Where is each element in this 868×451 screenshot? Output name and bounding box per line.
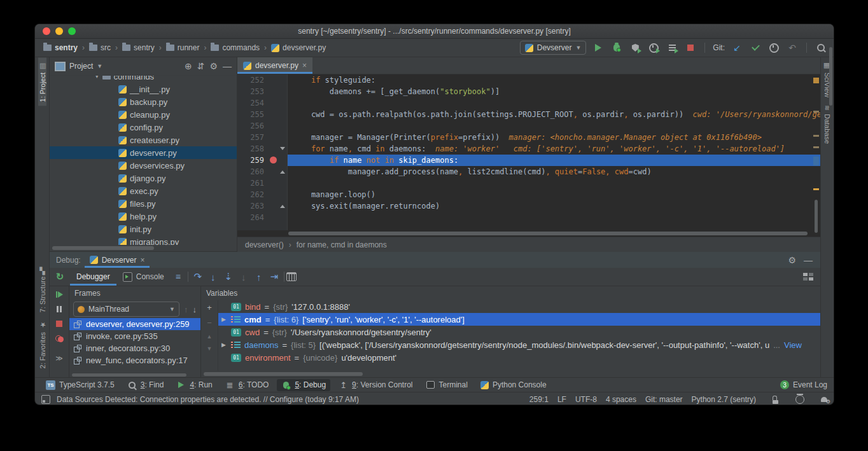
breadcrumb-item-commands[interactable]: commands (209, 43, 262, 52)
view-breakpoints-button[interactable] (55, 335, 64, 342)
lock-icon[interactable] (773, 396, 779, 404)
code-line-261[interactable]: 261 (237, 177, 820, 189)
variable-bind[interactable]: 01bind= {str} '127.0.0.1:8888' (218, 300, 820, 313)
restore-layout-button[interactable] (803, 273, 813, 281)
code-editor[interactable]: 252 if styleguide:253 daemons += [_get_d… (237, 74, 820, 230)
project-panel-title[interactable]: Project (69, 62, 93, 71)
stripe-mark[interactable] (813, 135, 819, 137)
scrollbar-thumb[interactable] (72, 373, 186, 377)
inspections-icon[interactable] (795, 395, 804, 404)
minimize-window-button[interactable] (55, 27, 63, 35)
stripe-button-database[interactable]: ≋ Database (823, 101, 832, 148)
variable-cwd[interactable]: 01cwd= {str} '/Users/ryanskonnord/getsen… (218, 326, 820, 338)
variables-horizontal-scrollbar[interactable] (201, 371, 820, 377)
frame-devserver-devserver-py-259[interactable]: devserver, devserver.py:259 (69, 318, 200, 330)
tab-console[interactable]: Console (116, 268, 171, 286)
close-window-button[interactable] (43, 27, 50, 35)
thread-select[interactable]: MainThread ▼ (73, 302, 179, 317)
step-into-my-code-button[interactable]: ⇣ (221, 271, 236, 282)
editor-vertical-scrollbar[interactable] (815, 200, 818, 233)
code-line-264[interactable]: 264 (237, 212, 820, 223)
chevron-down-icon[interactable]: ▼ (97, 63, 102, 69)
scrollbar-thumb[interactable] (204, 372, 363, 376)
close-icon[interactable]: × (140, 256, 144, 265)
tree-item-migrations-py[interactable]: migrations.py (50, 235, 237, 245)
toolwindow-button-run[interactable]: 4: Run (172, 379, 216, 391)
status-message[interactable]: Data Sources Detected: Connection proper… (57, 395, 359, 404)
search-everywhere-button[interactable] (815, 41, 827, 54)
evaluate-expression-button[interactable] (286, 272, 297, 281)
code-line-252[interactable]: 252 if styleguide: (237, 74, 820, 86)
hide-panel-button[interactable]: — (223, 61, 232, 71)
code-line-255[interactable]: 255 cwd = os.path.realpath(os.path.join(… (237, 109, 820, 120)
step-into-button[interactable]: ↓ (206, 272, 221, 282)
toolwindow-button-todo[interactable]: ≣6: TODO (221, 379, 274, 391)
next-frame-button[interactable]: ↓ (193, 305, 197, 314)
tree-item-devserver-py[interactable]: devserver.py (50, 146, 237, 159)
code-line-256[interactable]: 256 (237, 120, 820, 132)
tree-item-init-py[interactable]: __init__.py (50, 83, 237, 95)
move-down-button[interactable]: ▼ (207, 345, 213, 352)
step-over-button[interactable]: ↷ (190, 271, 206, 282)
toolwindow-button-python-console[interactable]: Python Console (476, 379, 551, 391)
event-log-button[interactable]: 3Event Log (780, 380, 827, 389)
fold-marker[interactable] (280, 205, 285, 208)
debug-button[interactable] (610, 41, 623, 54)
breadcrumb-method[interactable]: devserver() (245, 240, 284, 249)
git-history-button[interactable] (767, 41, 780, 54)
toolwindow-button-terminal[interactable]: Terminal (421, 379, 472, 391)
toolwindow-toggle-icon[interactable] (41, 395, 50, 404)
breadcrumb-item-src[interactable]: src (87, 43, 113, 52)
breakpoint-dot[interactable] (270, 156, 277, 163)
inspection-marker[interactable] (813, 78, 819, 83)
force-step-into-button[interactable]: ↓ (236, 272, 251, 282)
git-update-button[interactable]: ↙ (731, 41, 743, 54)
breadcrumb-statement[interactable]: for name, cmd in daemons (297, 240, 387, 249)
view-link[interactable]: View (784, 340, 802, 350)
breadcrumb-item-devserver-py[interactable]: devserver.py (269, 43, 328, 52)
toolwindow-button-find[interactable]: 3: Find (123, 379, 169, 391)
stripe-button-project[interactable]: 1: Project ▤ (38, 57, 46, 106)
collapse-all-button[interactable]: ⇵ (197, 61, 205, 71)
pause-button[interactable] (57, 306, 62, 312)
gear-icon[interactable]: ⚙ (788, 255, 796, 265)
code-line-260[interactable]: 260 manager.add_process(name, list2cmdli… (237, 166, 820, 177)
stripe-button-structure[interactable]: 7: Structure ▚ (38, 264, 46, 316)
editor-tab-devserver[interactable]: devserver.py × (237, 57, 312, 74)
variable-environment[interactable]: 01environment= {unicode} u'development' (218, 351, 820, 364)
toolwindow-button-version-control[interactable]: ↥9: Version Control (334, 379, 417, 391)
run-configuration-select[interactable]: Devserver ▼ (520, 41, 587, 55)
tree-item-devservices-py[interactable]: devservices.py (50, 159, 237, 172)
git-commit-button[interactable] (749, 41, 762, 54)
tree-item-django-py[interactable]: django.py (50, 172, 237, 184)
variable-daemons[interactable]: ▶daemons= {list: 5} [('webpack', ['/User… (218, 338, 820, 351)
maximize-window-button[interactable] (68, 27, 76, 35)
code-line-263[interactable]: 263 sys.exit(manager.returncode) (237, 200, 820, 212)
close-icon[interactable]: × (302, 61, 307, 70)
layout-menu-icon[interactable]: ≡ (171, 272, 186, 282)
tree-item-cleanup-py[interactable]: cleanup.py (50, 108, 237, 121)
run-button[interactable] (592, 41, 605, 54)
run-to-cursor-button[interactable]: ⇥ (267, 271, 282, 282)
status-segment-python-2-7-sentry[interactable]: Python 2.7 (sentry) (692, 395, 756, 404)
expand-arrow[interactable]: ▶ (221, 316, 227, 323)
tree-item-config-py[interactable]: config.py (50, 121, 237, 134)
frame-new-func-decorators-py-17[interactable]: new_func, decorators.py:17 (69, 354, 200, 366)
locate-file-button[interactable]: ⊕ (185, 61, 192, 71)
tree-item-help-py[interactable]: help.py (50, 210, 237, 223)
status-segment-259-1[interactable]: 259:1 (529, 395, 549, 404)
expand-arrow[interactable]: ▶ (221, 342, 227, 348)
more-actions-button[interactable]: ≫ (55, 354, 63, 363)
debug-session-tab[interactable]: Devserver × (85, 252, 150, 268)
tab-debugger[interactable]: Debugger (70, 268, 116, 286)
code-line-253[interactable]: 253 daemons += [_get_daemon("storybook")… (237, 86, 820, 97)
stripe-mark[interactable] (813, 146, 819, 148)
tree-item-exec-py[interactable]: exec.py (50, 184, 237, 197)
git-rollback-button[interactable]: ↶ (786, 41, 799, 54)
stripe-mark[interactable] (813, 111, 819, 113)
tree-item-files-py[interactable]: files.py (50, 197, 237, 210)
code-line-258[interactable]: 258 for name, cmd in daemons: name: 'wor… (237, 143, 820, 155)
resume-button[interactable] (56, 291, 63, 298)
code-line-254[interactable]: 254 (237, 97, 820, 109)
stripe-button-favorites[interactable]: 2: Favorites ★ (38, 317, 46, 372)
